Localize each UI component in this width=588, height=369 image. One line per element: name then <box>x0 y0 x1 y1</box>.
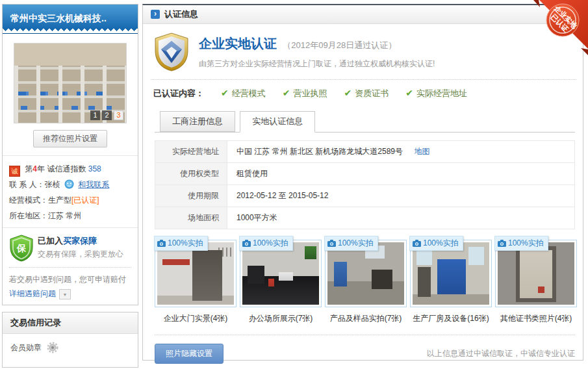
tab-site-certification[interactable]: 实地认证信息 <box>240 111 315 133</box>
claim-tip: 若交易中遇到问题，您可申请赔付 <box>9 273 131 286</box>
photo-caption[interactable]: 企业大门实景(4张) <box>155 313 236 324</box>
business-mode-row: 经营模式：生产型[已认证] <box>9 192 131 208</box>
photo-group-products[interactable]: 100%实拍 产品及样品实拍(7张) <box>325 240 407 324</box>
photo-frame: 100%实拍 <box>495 240 577 307</box>
region-label: 所在地区： <box>9 211 48 220</box>
trade-credit-panel: 交易信用记录 会员勋章 <box>2 312 138 368</box>
pager-3[interactable]: 3 <box>114 110 123 120</box>
mode-label: 经营模式： <box>9 196 48 205</box>
claim-dropdown-toggle[interactable] <box>59 289 71 299</box>
table-row: 实际经营地址 中国 江苏 常州 新北区 新机场路龙城大道2589号 地图 <box>155 141 574 163</box>
region-row: 所在地区：江苏 常州 <box>9 208 131 223</box>
company-name-header: 常州中实三水机械科技.. <box>3 5 138 34</box>
page: 常州中实三水机械科技.. 1 2 3 推荐位照片设置 诚 第4年 诚信通指数 3… <box>0 0 588 369</box>
certification-panel: 认证信息 企业实地认证 （2012年09月28日通过认证） <box>142 4 583 361</box>
mode-value: 生产型 <box>48 196 71 205</box>
photo-group-certificates[interactable]: 100%实拍 其他证书类照片(4张) <box>495 240 577 324</box>
site-cert-table: 实际经营地址 中国 江苏 常州 新北区 新机场路龙城大道2589号 地图 使用权… <box>155 140 575 229</box>
office-photo <box>242 242 319 305</box>
company-sidebar: 常州中实三水机械科技.. 1 2 3 推荐位照片设置 诚 第4年 诚信通指数 3… <box>2 4 138 305</box>
row-value: 2012-05-12 至 2015-05-12 <box>227 185 574 207</box>
company-photo-carousel[interactable]: 1 2 3 <box>14 43 127 123</box>
factory-photo <box>413 242 489 305</box>
info-tabs: 工商注册信息 实地认证信息 <box>155 111 575 133</box>
map-link[interactable]: 地图 <box>414 147 429 156</box>
recommend-photo-settings-button[interactable]: 推荐位照片设置 <box>33 130 107 147</box>
cert-text-block: 企业实地认证 （2012年09月28日通过认证） 由第三方对企业实际经营情况上门… <box>199 32 435 71</box>
year-suffix: 年 <box>37 164 45 173</box>
camera-icon <box>327 240 336 247</box>
panel-footer: 照片隐藏设置 以上信息通过中诚信取证，中诚信专业认证 <box>155 335 575 364</box>
verified-item-qualification: 资质证书 <box>344 88 389 99</box>
tab-business-registration[interactable]: 工商注册信息 <box>160 111 235 132</box>
photo-hide-settings-button[interactable]: 照片隐藏设置 <box>155 344 224 364</box>
camera-icon <box>157 240 166 247</box>
gate-photo <box>157 242 234 305</box>
year-prefix: 第 <box>25 164 32 173</box>
real-shot-badge: 100%实拍 <box>409 236 463 251</box>
mode-verified-badge[interactable]: [已认证] <box>71 196 99 205</box>
photo-frame: 100%实拍 <box>410 240 492 307</box>
photo-frame: 100%实拍 <box>155 240 236 307</box>
certified-corner-ribbon: 企业实地 已认证 <box>531 0 588 57</box>
real-shot-badge: 100%实拍 <box>154 236 208 251</box>
photo-group-office[interactable]: 100%实拍 办公场所展示(7张) <box>240 240 322 324</box>
site-cert-shield-icon <box>153 32 190 71</box>
claim-link-row: 详细遇赔问题 <box>9 288 131 299</box>
guarantee-joined-label: 已加入 <box>38 236 63 246</box>
row-value: 中国 江苏 常州 新北区 新机场路龙城大道2589号 地图 <box>227 141 574 162</box>
check-icon <box>405 88 416 98</box>
photo-caption[interactable]: 产品及样品实拍(7张) <box>325 313 407 324</box>
member-medal-label: 会员勋章 <box>10 342 42 353</box>
camera-icon <box>413 240 421 247</box>
verified-item-mode: 经营模式 <box>221 88 266 99</box>
chengxintong-icon: 诚 <box>9 166 20 177</box>
photo-caption[interactable]: 办公场所展示(7张) <box>240 313 322 324</box>
row-label: 实际经营地址 <box>155 141 227 162</box>
contact-row: 联 系 人：张桢 和我联系 <box>9 177 131 192</box>
buyer-guarantee-link[interactable]: 买家保障 <box>63 236 97 246</box>
credit-index-value[interactable]: 358 <box>88 164 101 173</box>
certification-header: 认证信息 <box>143 5 583 24</box>
dotted-divider <box>9 267 131 268</box>
contact-me-link[interactable]: 和我联系 <box>78 180 109 189</box>
photo-caption[interactable]: 生产厂房及设备(16张) <box>410 313 492 324</box>
guarantee-row: 保 已加入买家保障 交易有保障，采购更放心 <box>9 235 131 262</box>
check-icon <box>221 88 232 98</box>
table-row: 使用期限 2012-05-12 至 2015-05-12 <box>155 185 574 207</box>
photo-group-factory[interactable]: 100%实拍 生产厂房及设备(16张) <box>410 240 492 324</box>
real-shot-badge: 100%实拍 <box>239 236 293 251</box>
row-label: 使用期限 <box>155 185 227 207</box>
photo-frame: 100%实拍 <box>325 240 407 307</box>
guarantee-shield-char: 保 <box>16 243 27 253</box>
guarantee-desc: 交易有保障，采购更放心 <box>38 248 123 261</box>
photo-frame: 100%实拍 <box>240 240 322 307</box>
buyer-guarantee-section: 保 已加入买家保障 交易有保障，采购更放心 若交易中遇到问题，您可申请赔付 详细… <box>3 227 138 305</box>
row-label: 场地面积 <box>155 207 227 229</box>
pager-2[interactable]: 2 <box>102 110 112 120</box>
verified-item-address: 实际经营地址 <box>405 88 467 99</box>
camera-icon <box>242 240 251 247</box>
zigzag-divider <box>3 29 138 33</box>
guarantee-shield-icon: 保 <box>9 235 34 262</box>
real-shot-badge: 100%实拍 <box>494 236 548 251</box>
cert-summary-section: 企业实地认证 （2012年09月28日通过认证） 由第三方对企业实际经营情况上门… <box>143 24 583 77</box>
cert-description: 由第三方对企业实际经营情况上门取证，通过独立权威机构核实认证! <box>199 58 435 70</box>
camera-icon <box>498 240 506 247</box>
products-photo <box>327 242 404 305</box>
claim-detail-link[interactable]: 详细遇赔问题 <box>9 288 56 299</box>
photo-caption[interactable]: 其他证书类照片(4张) <box>495 313 577 324</box>
photo-pager: 1 2 3 <box>90 110 123 120</box>
wangwang-chat-icon[interactable] <box>64 179 74 189</box>
cert-pass-date: （2012年09月28日通过认证） <box>283 40 396 50</box>
certifier-note: 以上信息通过中诚信取证，中诚信专业认证 <box>427 348 575 359</box>
contact-name: 张桢 <box>45 180 60 189</box>
table-row: 使用权类型 租赁使用 <box>155 163 574 185</box>
verified-item-license: 营业执照 <box>283 88 327 99</box>
certificates-photo <box>498 242 574 305</box>
pager-1[interactable]: 1 <box>90 110 100 120</box>
row-label: 使用权类型 <box>155 163 227 184</box>
photo-group-gate[interactable]: 100%实拍 企业大门实景(4张) <box>155 240 236 324</box>
guarantee-text: 已加入买家保障 交易有保障，采购更放心 <box>34 235 123 261</box>
credit-year-row: 诚 第4年 诚信通指数 358 <box>9 161 131 177</box>
